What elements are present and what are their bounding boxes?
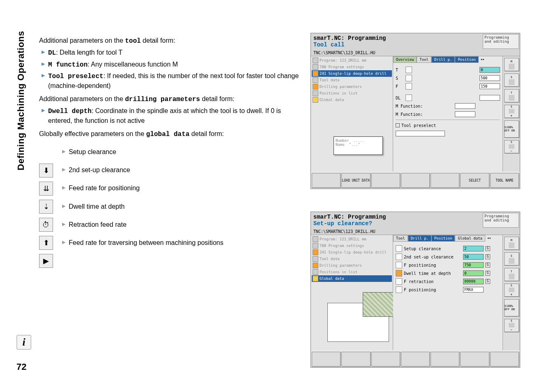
tab-overview[interactable]: Overview: [393, 56, 417, 63]
param-label: F positioning: [404, 263, 461, 267]
global-lock-icon[interactable]: G: [485, 254, 490, 259]
s-input[interactable]: 500: [480, 75, 500, 81]
bottom2-btn-3[interactable]: [371, 352, 400, 367]
bottom2-btn-4[interactable]: [401, 352, 430, 367]
param-label: Dwell time at depth: [404, 271, 461, 276]
param-label: F retraction: [404, 279, 461, 284]
bottom2-btn-6[interactable]: [460, 352, 489, 367]
helper-tooltip: Number ..... Name "...": [334, 136, 383, 155]
bottom-btn-toolname[interactable]: TOOL NAME: [490, 173, 519, 188]
screenshot-setup-clearance: smarT.NC: Programming Set-up clearance? …: [310, 212, 520, 368]
screenshot-tool-call: smarT.NC: Programming Tool call Programm…: [310, 33, 520, 189]
form-row: Dwell time at depth0G: [396, 270, 500, 277]
side-s100-button[interactable]: S100% OFF ON: [504, 120, 519, 138]
bullet-dl: DL: Delta length for tool T: [39, 48, 302, 58]
side2-s2-button[interactable]: S+: [504, 284, 519, 297]
side2-s100-button[interactable]: S100% OFF ON: [504, 299, 519, 316]
retraction-icon: ⬆: [39, 236, 53, 250]
bullet-toolpreselect: Tool preselect: If needed, this is the n…: [39, 71, 302, 90]
bottom2-btn-7[interactable]: [490, 352, 519, 367]
mfunc1-input[interactable]: [455, 103, 475, 109]
param-label: Setup clearance: [404, 247, 461, 251]
param-label: F positioning: [404, 288, 461, 292]
shot2-form: Tool Drill p. Position Global data ◂▸ Se…: [393, 235, 503, 350]
param-input[interactable]: 50: [463, 254, 484, 260]
bottom-btn-load[interactable]: LOAD UNIT DATA: [341, 173, 370, 188]
preselect-input[interactable]: [396, 131, 445, 136]
icon-strip: ⬇ ⇊ ⇣ ⏱ ⬆ ▶: [39, 164, 56, 272]
bullet-global-dwell: Dwell time at depth: [60, 202, 302, 211]
shot1-tree[interactable]: Program: 123_DRILL mm 700 Program settin…: [311, 56, 393, 171]
param-icon: [396, 270, 402, 277]
side2-t-button[interactable]: T: [504, 268, 519, 281]
shot2-tree[interactable]: Program: 123_DRILL mm 700 Program settin…: [311, 235, 393, 350]
dl-input[interactable]: [480, 95, 500, 101]
side2-s3-button[interactable]: S−: [504, 319, 519, 332]
bottom-btn-5[interactable]: [431, 173, 459, 188]
bottom-btn-3[interactable]: [371, 173, 400, 188]
tab2-global[interactable]: Global data: [455, 235, 485, 242]
shot1-status: Programming and editing: [483, 34, 519, 49]
bottom-btn-select[interactable]: SELECT: [460, 173, 489, 188]
section-header-vertical: Defining Machining Operations: [16, 31, 26, 171]
global-lock-icon[interactable]: G: [485, 246, 490, 251]
form-row: Setup clearance2G: [396, 245, 500, 252]
bottom-btn-1[interactable]: [312, 173, 341, 188]
tab2-scroll-icon[interactable]: ◂▸: [485, 235, 493, 242]
preselect-checkbox[interactable]: [396, 123, 400, 127]
bullet-global-feedpos: Feed rate for positioning: [60, 184, 302, 193]
second-clearance-icon: ⇊: [39, 182, 53, 196]
param-icon: [396, 262, 402, 268]
param-input[interactable]: FMAX: [463, 287, 484, 293]
shot2-title2: Set-up clearance?: [313, 220, 480, 227]
shot1-title2: Tool call: [313, 42, 480, 48]
tab-tool[interactable]: Tool: [417, 56, 431, 63]
shot2-path: TNC:\SMARTNC\123_DRILL.HU: [311, 228, 520, 235]
shot1-form: Overview Tool Drill p. Position ◂▸ T0 S5…: [393, 56, 503, 171]
bottom-btn-4[interactable]: [401, 173, 430, 188]
side2-s-button[interactable]: S: [504, 252, 519, 265]
shot1-path: TNC:\SMARTNC\123_DRILL.HU: [311, 50, 520, 56]
bottom2-btn-2[interactable]: [341, 352, 370, 367]
param-input[interactable]: 0: [463, 270, 484, 276]
tab-scroll-icon[interactable]: ◂▸: [479, 56, 486, 63]
paragraph-intro-drilling: Additional parameters on the drilling pa…: [39, 95, 302, 104]
bottom2-btn-1[interactable]: [312, 352, 341, 367]
shot2-status: Programming and editing: [483, 213, 519, 228]
dwell-icon: ⏱: [39, 218, 53, 232]
global-lock-icon[interactable]: G: [485, 263, 490, 267]
form-row: 2nd set-up clearance50G: [396, 253, 500, 261]
side2-m-button[interactable]: M: [504, 237, 519, 250]
tab-drillp[interactable]: Drill p.: [431, 56, 455, 63]
side-s-button[interactable]: S: [504, 74, 519, 87]
f-input[interactable]: 150: [480, 83, 500, 89]
side-s3-button[interactable]: S−: [504, 140, 519, 153]
global-lock-icon[interactable]: G: [485, 271, 490, 276]
param-icon: [396, 278, 402, 285]
param-input[interactable]: 99999: [463, 279, 484, 284]
page-number: 72: [16, 362, 26, 372]
side-m-button[interactable]: M: [504, 58, 519, 71]
tab2-position[interactable]: Position: [431, 235, 455, 242]
bullet-global-traverse: Feed rate for traversing between machini…: [60, 238, 302, 247]
tab-position[interactable]: Position: [455, 56, 478, 63]
side-s2-button[interactable]: S+: [504, 105, 519, 118]
form-row: F positioning750G: [396, 261, 500, 269]
tab2-drillp[interactable]: Drill p.: [408, 235, 431, 242]
form-row: F retraction99999G: [396, 278, 500, 285]
param-input[interactable]: 750: [463, 262, 484, 268]
tab2-tool[interactable]: Tool: [393, 235, 408, 242]
bullet-global-retract: Retraction feed rate: [60, 220, 302, 229]
bullet-global-2nd: 2nd set-up clearance: [60, 166, 302, 175]
main-text-column: Additional parameters on the tool detail…: [39, 34, 302, 257]
mfunc2-input[interactable]: [455, 111, 475, 117]
param-icon: [396, 254, 402, 260]
global-lock-icon[interactable]: G: [485, 279, 490, 284]
bottom2-btn-5[interactable]: [431, 352, 459, 367]
param-input[interactable]: 2: [463, 246, 484, 251]
param-label: 2nd set-up clearance: [404, 255, 461, 259]
t-input[interactable]: 0: [480, 67, 500, 73]
shot1-title1: smarT.NC: Programming: [313, 35, 480, 42]
feed-positioning-icon: ⇣: [39, 200, 53, 214]
side-t-button[interactable]: T: [504, 89, 519, 102]
